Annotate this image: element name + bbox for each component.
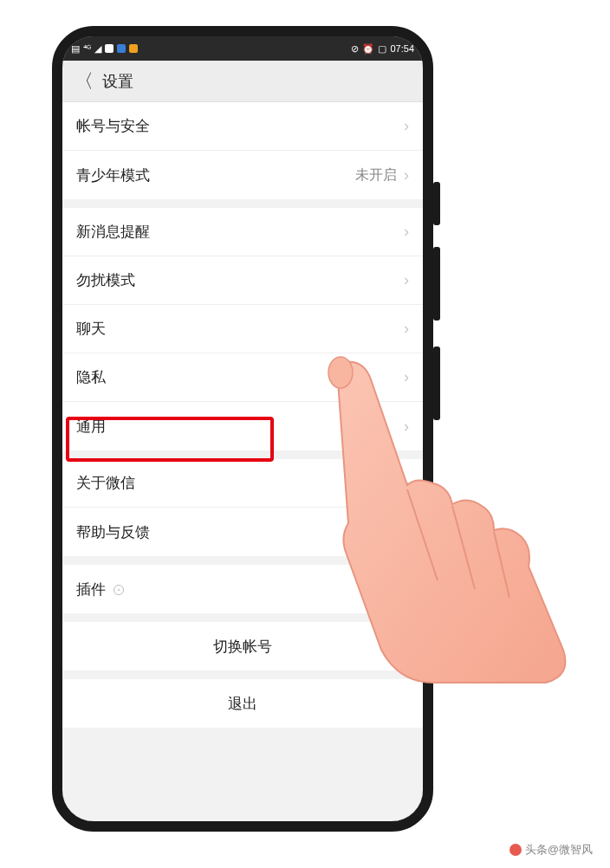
row-label: 隐私 (76, 367, 404, 387)
row-account[interactable]: 帐号与安全 › (62, 102, 423, 151)
signal-icon: ⁴ᴳ (83, 43, 91, 55)
row-notifications[interactable]: 新消息提醒 › (62, 208, 423, 256)
row-label: 聊天 (76, 319, 404, 339)
switch-account-button[interactable]: 切换帐号 (62, 622, 423, 670)
settings-content: 帐号与安全 › 青少年模式 未开启 › 新消息提醒 › 勿扰模式 › 聊天 › (62, 102, 423, 821)
row-label: 青少年模式 (76, 165, 355, 185)
chevron-right-icon: › (404, 223, 409, 241)
chevron-right-icon: › (404, 166, 409, 185)
chevron-right-icon: › (404, 580, 409, 599)
row-label: 新消息提醒 (76, 222, 404, 242)
volume-down-button (433, 347, 440, 420)
row-label: 关于微信 (76, 473, 404, 493)
status-time: 07:54 (390, 43, 414, 54)
volume-up-button (433, 247, 440, 321)
row-do-not-disturb[interactable]: 勿扰模式 › (62, 256, 423, 305)
vibrate-icon: ⊘ (351, 43, 359, 55)
watermark: 头条@微智风 (509, 842, 593, 858)
chevron-right-icon: › (404, 320, 409, 338)
chevron-right-icon: › (404, 418, 409, 436)
battery-icon: ▢ (378, 43, 386, 55)
watermark-icon (509, 844, 522, 856)
row-privacy[interactable]: 隐私 › (62, 353, 423, 402)
power-button (433, 182, 440, 225)
row-chat[interactable]: 聊天 › (62, 305, 423, 353)
chevron-right-icon: › (404, 474, 409, 492)
row-value: 未开启 (355, 166, 397, 185)
button-label: 退出 (228, 694, 257, 714)
chevron-right-icon: › (404, 368, 409, 386)
row-label: 勿扰模式 (76, 270, 404, 290)
wifi-icon: ◢ (94, 43, 101, 55)
page-title: 设置 (102, 71, 133, 92)
chevron-right-icon: › (404, 523, 409, 541)
pin-icon (114, 585, 124, 595)
logout-button[interactable]: 退出 (62, 679, 423, 728)
status-bar: ▤ ⁴ᴳ ◢ ⊘ ⏰ ▢ 07:54 (62, 36, 423, 61)
app-icon (105, 44, 114, 53)
header-bar: 〈 设置 (62, 61, 423, 102)
row-label: 插件 (76, 580, 404, 599)
watermark-text: 头条@微智风 (525, 842, 593, 858)
chevron-right-icon: › (404, 271, 409, 289)
row-help-feedback[interactable]: 帮助与反馈 › (62, 508, 423, 556)
phone-frame: ▤ ⁴ᴳ ◢ ⊘ ⏰ ▢ 07:54 〈 设置 帐号与安全 › 青少年模式 未开… (52, 26, 433, 832)
chevron-right-icon: › (404, 117, 409, 135)
row-plugins[interactable]: 插件 › (62, 565, 423, 613)
app-icon (117, 44, 126, 53)
row-label: 帐号与安全 (76, 116, 404, 136)
row-label: 通用 (76, 417, 404, 437)
row-label: 帮助与反馈 (76, 522, 404, 542)
row-about[interactable]: 关于微信 › (62, 459, 423, 508)
alarm-icon: ⏰ (362, 43, 374, 55)
button-label: 切换帐号 (213, 637, 272, 657)
app-icon (129, 44, 138, 53)
row-general[interactable]: 通用 › (62, 402, 423, 450)
nav-icon: ▤ (71, 43, 80, 55)
back-icon[interactable]: 〈 (75, 68, 94, 94)
row-youth-mode[interactable]: 青少年模式 未开启 › (62, 151, 423, 199)
